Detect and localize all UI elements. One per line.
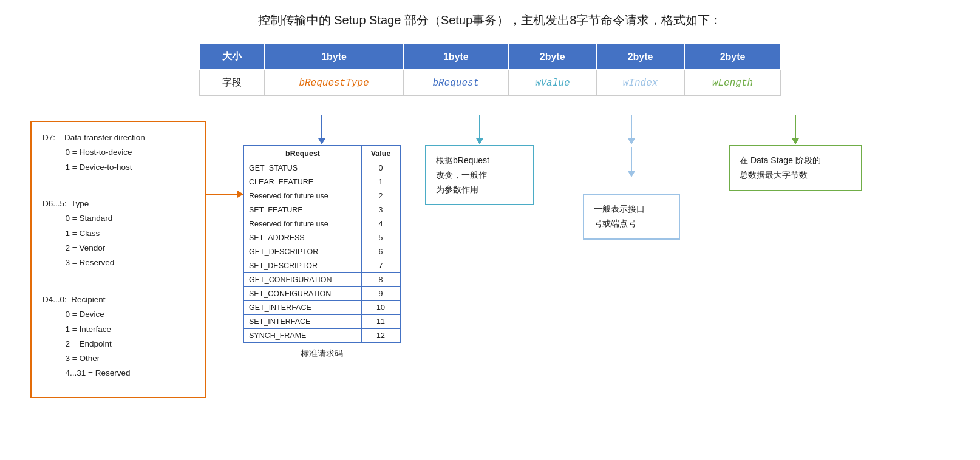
brequest-row: Reserved for future use4 bbox=[243, 217, 400, 231]
standard-label: 标准请求码 bbox=[301, 348, 343, 359]
field-bRequestType: bRequestType bbox=[265, 70, 404, 96]
brequest-table: bRequest Value GET_STATUS0CLEAR_FEATURE1… bbox=[243, 145, 401, 343]
brequest-value: 10 bbox=[362, 301, 400, 315]
brequest-name: SET_ADDRESS bbox=[243, 231, 362, 245]
brequest-name: Reserved for future use bbox=[243, 217, 362, 231]
value-col-header: Value bbox=[362, 146, 400, 161]
d7-line1: 0 = Host-to-device bbox=[43, 147, 132, 157]
d4-line4: 3 = Other bbox=[43, 354, 100, 363]
brequest-value: 6 bbox=[362, 245, 400, 259]
col-1byte-1: 1byte bbox=[265, 44, 404, 70]
brequest-row: SET_FEATURE3 bbox=[243, 203, 400, 217]
arrow-right-shape bbox=[206, 194, 243, 195]
right-section: 根据bRequest改变，一般作为参数作用 一般表示接口号或端点号 bbox=[425, 115, 962, 240]
brequest-name: CLEAR_FEATURE bbox=[243, 175, 362, 189]
brequest-value: 1 bbox=[362, 175, 400, 189]
brequest-row: GET_STATUS0 bbox=[243, 161, 400, 175]
arrow-down-brequest bbox=[321, 115, 322, 139]
brequest-col-header: bRequest bbox=[243, 146, 362, 161]
d6-line2: 1 = Class bbox=[43, 229, 100, 238]
brequest-name: GET_INTERFACE bbox=[243, 301, 362, 315]
wvalue-col: 根据bRequest改变，一般作为参数作用 bbox=[425, 115, 534, 205]
d6-section: D6...5: Type 0 = Standard 1 = Class 2 = … bbox=[43, 197, 194, 270]
header-table: 大小 1byte 1byte 2byte 2byte 2byte 字段 bReq… bbox=[199, 43, 781, 96]
d4-line2: 1 = Interface bbox=[43, 325, 111, 334]
arrow-down-windex bbox=[631, 115, 632, 139]
field-wLength: wLength bbox=[684, 70, 781, 96]
d7-line2: 1 = Device-to-host bbox=[43, 163, 132, 172]
wlength-box: 在 Data Stage 阶段的总数据最大字节数 bbox=[729, 145, 862, 191]
d7-section: D7: Data transfer direction 0 = Host-to-… bbox=[43, 130, 194, 175]
brequest-value: 7 bbox=[362, 259, 400, 273]
d6-title: D6...5: Type bbox=[43, 199, 89, 208]
d4-line1: 0 = Device bbox=[43, 309, 104, 319]
brequest-value: 5 bbox=[362, 231, 400, 245]
field-bRequest: bRequest bbox=[403, 70, 508, 96]
col-field-label: 字段 bbox=[199, 70, 265, 96]
brequest-value: 3 bbox=[362, 203, 400, 217]
brequest-value: 12 bbox=[362, 329, 400, 343]
arrow-down-windex2 bbox=[631, 147, 632, 172]
brequest-name: GET_CONFIGURATION bbox=[243, 273, 362, 287]
d4-line3: 2 = Endpoint bbox=[43, 339, 112, 348]
brequest-name: SET_CONFIGURATION bbox=[243, 287, 362, 301]
col-size-label: 大小 bbox=[199, 44, 265, 70]
brequest-row: GET_DESCRIPTOR6 bbox=[243, 245, 400, 259]
d6-line4: 3 = Reserved bbox=[43, 258, 114, 267]
brequest-name: Reserved for future use bbox=[243, 189, 362, 203]
brequest-value: 8 bbox=[362, 273, 400, 287]
brequest-row: Reserved for future use2 bbox=[243, 189, 400, 203]
d6-line1: 0 = Standard bbox=[43, 214, 112, 223]
brequest-name: SYNCH_FRAME bbox=[243, 329, 362, 343]
bRequestType-detail-box: D7: Data transfer direction 0 = Host-to-… bbox=[30, 121, 206, 398]
brequest-name: SET_INTERFACE bbox=[243, 315, 362, 329]
brequest-row: SET_CONFIGURATION9 bbox=[243, 287, 400, 301]
brequest-value: 9 bbox=[362, 287, 400, 301]
brequest-row: SYNCH_FRAME12 bbox=[243, 329, 400, 343]
d6-line3: 2 = Vendor bbox=[43, 243, 105, 252]
col-2byte-2: 2byte bbox=[596, 44, 684, 70]
brequest-name: SET_FEATURE bbox=[243, 203, 362, 217]
page-title: 控制传输中的 Setup Stage 部分（Setup事务），主机发出8字节命令… bbox=[18, 12, 962, 29]
brequest-row: CLEAR_FEATURE1 bbox=[243, 175, 400, 189]
wlength-col: 在 Data Stage 阶段的总数据最大字节数 bbox=[729, 115, 862, 191]
brequest-value: 4 bbox=[362, 217, 400, 231]
brequest-row: GET_INTERFACE10 bbox=[243, 301, 400, 315]
arrow-down-wlength bbox=[795, 115, 796, 139]
arrow-down-wvalue bbox=[479, 115, 480, 139]
brequest-row: SET_DESCRIPTOR7 bbox=[243, 259, 400, 273]
brequest-name: GET_STATUS bbox=[243, 161, 362, 175]
brequest-value: 0 bbox=[362, 161, 400, 175]
wvalue-box: 根据bRequest改变，一般作为参数作用 bbox=[425, 145, 534, 205]
col-2byte-1: 2byte bbox=[508, 44, 596, 70]
brequest-value: 11 bbox=[362, 315, 400, 329]
d4-section: D4...0: Recipient 0 = Device 1 = Interfa… bbox=[43, 293, 194, 381]
d4-title: D4...0: Recipient bbox=[43, 295, 106, 304]
brequest-row: GET_CONFIGURATION8 bbox=[243, 273, 400, 287]
field-wIndex: wIndex bbox=[596, 70, 684, 96]
right-top: 根据bRequest改变，一般作为参数作用 一般表示接口号或端点号 bbox=[425, 115, 962, 240]
lower-section: D7: Data transfer direction 0 = Host-to-… bbox=[30, 115, 962, 398]
orange-right-arrow bbox=[206, 194, 243, 195]
windex-col: 一般表示接口号或端点号 bbox=[583, 115, 680, 240]
field-wValue: wValue bbox=[508, 70, 596, 96]
d4-line5: 4...31 = Reserved bbox=[43, 368, 130, 377]
d7-title: D7: Data transfer direction bbox=[43, 133, 145, 142]
brequest-row: SET_INTERFACE11 bbox=[243, 315, 400, 329]
windex-detail-box: 一般表示接口号或端点号 bbox=[583, 194, 680, 240]
brequest-name: GET_DESCRIPTOR bbox=[243, 245, 362, 259]
col-2byte-3: 2byte bbox=[684, 44, 781, 70]
brequest-value: 2 bbox=[362, 189, 400, 203]
brequest-section: bRequest Value GET_STATUS0CLEAR_FEATURE1… bbox=[243, 115, 401, 359]
col-1byte-2: 1byte bbox=[403, 44, 508, 70]
brequest-row: SET_ADDRESS5 bbox=[243, 231, 400, 245]
brequest-name: SET_DESCRIPTOR bbox=[243, 259, 362, 273]
